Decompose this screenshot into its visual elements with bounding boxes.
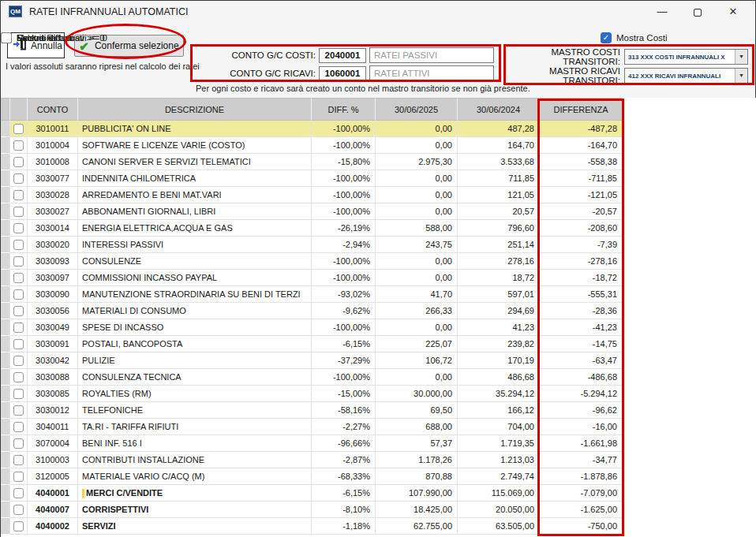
- row-selector-strip[interactable]: [1, 352, 10, 369]
- conto-costi-input[interactable]: 2040001: [319, 48, 366, 63]
- table-row[interactable]: 3030027ABBONAMENTI GIORNALI, LIBRI-100,0…: [1, 203, 623, 220]
- row-selector-strip[interactable]: [1, 187, 10, 203]
- header-conto[interactable]: CONTO: [28, 98, 78, 121]
- row-checkbox[interactable]: [13, 505, 24, 515]
- header-30-06-2024[interactable]: 30/06/2024: [458, 98, 540, 121]
- cell-30-06-2024: 170,19: [458, 352, 540, 369]
- cell-diff-percent: -2,27%: [312, 419, 376, 435]
- row-checkbox[interactable]: [13, 289, 24, 300]
- row-selector-strip[interactable]: [1, 386, 10, 402]
- table-row[interactable]: 3030049SPESE DI INCASSO-100,00%0,0041,23…: [1, 319, 623, 336]
- row-selector-strip[interactable]: [1, 170, 10, 187]
- chevron-down-icon[interactable]: ▼: [735, 50, 747, 64]
- conto-ricavi-desc-input[interactable]: RATEI ATTIVI: [369, 65, 494, 81]
- table-row[interactable]: 3030014ENERGIA ELETTRICA,ACQUA E GAS-26,…: [1, 220, 623, 237]
- table-row[interactable]: 3010008CANONI SERVER E SERVIZI TELEMATIC…: [1, 154, 623, 170]
- row-checkbox[interactable]: [13, 488, 24, 498]
- close-button[interactable]: ✕: [716, 1, 750, 23]
- row-checkbox[interactable]: [13, 256, 24, 267]
- table-row[interactable]: 3070004BENI INF. 516 I-96,66%57,371.719,…: [1, 435, 623, 452]
- row-checkbox[interactable]: [13, 157, 24, 167]
- chevron-down-icon[interactable]: ▼: [735, 69, 747, 83]
- row-selector-strip[interactable]: [1, 220, 10, 237]
- mastro-ricavi-dropdown[interactable]: 412 XXX RICAVI INFRANNUALI ▼: [624, 68, 748, 84]
- row-selector-strip[interactable]: [1, 485, 10, 502]
- table-row[interactable]: 3030056MATERIALI DI CONSUMO-9,62%266,332…: [1, 303, 623, 319]
- table-row[interactable]: 3010011PUBBLICITA' ON LINE-100,00%0,0048…: [1, 121, 623, 137]
- table-row[interactable]: 3030091POSTALI, BANCOPOSTA-6,15%225,0723…: [1, 336, 623, 352]
- row-checkbox[interactable]: [13, 521, 24, 531]
- table-row[interactable]: 3030090MANUTENZIONE STRAORDINARIA SU BEN…: [1, 286, 623, 303]
- row-selector-strip[interactable]: [1, 286, 10, 303]
- row-selector-strip[interactable]: [1, 203, 10, 220]
- table-row[interactable]: 3030093CONSULENZE-100,00%0,00278,16-278,…: [1, 253, 623, 270]
- row-selector-strip[interactable]: [1, 435, 10, 452]
- table-row[interactable]: 4040002SERVIZI-1,18%62.755,0063.505,00-7…: [1, 518, 623, 535]
- row-selector-strip[interactable]: [1, 369, 10, 386]
- maximize-button[interactable]: [680, 1, 715, 23]
- row-checkbox[interactable]: [13, 240, 24, 250]
- row-checkbox[interactable]: [13, 372, 24, 382]
- row-checkbox[interactable]: [13, 405, 24, 416]
- row-checkbox[interactable]: [13, 422, 24, 432]
- row-selector-strip[interactable]: [1, 468, 10, 485]
- conto-ricavi-label: CONTO G/C RICAVI:: [196, 69, 319, 78]
- cell-30-06-2024: 597,01: [458, 286, 540, 303]
- table-row[interactable]: 3100003CONTRIBUTI INSTALLAZIONE-2,87%1.1…: [1, 452, 623, 468]
- table-row[interactable]: 3030020INTERESSI PASSIVI-2,94%243,75251,…: [1, 237, 623, 253]
- row-checkbox[interactable]: [13, 455, 24, 465]
- row-checkbox[interactable]: [13, 140, 24, 151]
- checkbox-mostra-costi[interactable]: ✓ Mostra Costi: [601, 32, 668, 43]
- row-checkbox[interactable]: [13, 223, 24, 233]
- row-checkbox[interactable]: [13, 124, 24, 134]
- row-selector-strip[interactable]: [1, 137, 10, 154]
- table-row[interactable]: 3030088CONSULENZA TECNICA-100,00%0,00486…: [1, 369, 623, 386]
- row-checkbox[interactable]: [13, 273, 24, 283]
- cell-descrizione: CONTRIBUTI INSTALLAZIONE: [78, 452, 312, 468]
- table-row[interactable]: 3030085ROYALTIES (RM)-15,00%30.000,0035.…: [1, 386, 623, 402]
- row-checkbox[interactable]: [13, 356, 24, 366]
- row-checkbox[interactable]: [13, 389, 24, 399]
- mastro-costi-dropdown[interactable]: 313 XXX COSTI INFRANNUALI X ▼: [624, 49, 748, 65]
- row-checkbox[interactable]: [13, 438, 24, 449]
- table-row[interactable]: 4040007CORRISPETTIVI-8,10%18.425,0020.05…: [1, 502, 623, 518]
- table-row[interactable]: 3030097COMMISSIONI INCASSO PAYPAL-100,00…: [1, 270, 623, 286]
- table-row[interactable]: 3030077INDENNITA CHILOMETRICA-100,00%0,0…: [1, 170, 623, 187]
- row-selector-strip[interactable]: [1, 154, 10, 170]
- row-selector-strip[interactable]: [1, 518, 10, 535]
- row-checkbox[interactable]: [13, 472, 24, 482]
- row-checkbox[interactable]: [13, 306, 24, 316]
- table-row[interactable]: 3040011TA.RI - TARIFFA RIFIUTI-2,27%688,…: [1, 419, 623, 435]
- row-selector-strip[interactable]: [1, 419, 10, 435]
- row-checkbox[interactable]: [13, 323, 24, 333]
- row-checkbox[interactable]: [13, 339, 24, 349]
- checkbox-seleziona-tutti[interactable]: ✓ Seleziona tutti: [1, 32, 73, 43]
- row-selector-strip[interactable]: [1, 452, 10, 468]
- table-row[interactable]: 3030028ARREDAMENTO E BENI MAT.VARI-100,0…: [1, 187, 623, 203]
- header-30-06-2025[interactable]: 30/06/2025: [376, 98, 458, 121]
- conto-ricavi-input[interactable]: 1060001: [319, 66, 366, 81]
- row-selector-strip[interactable]: [1, 121, 10, 137]
- table-row[interactable]: 4040001MERCI C/VENDITE-6,15%107.990,0011…: [1, 485, 623, 502]
- table-row[interactable]: 3030042PULIZIE-37,29%106,72170,19-63,47: [1, 352, 623, 369]
- row-selector-strip[interactable]: [1, 303, 10, 319]
- minimize-button[interactable]: —: [645, 1, 679, 23]
- row-selector-strip[interactable]: [1, 319, 10, 336]
- conto-costi-desc-input[interactable]: RATEI PASSIVI: [369, 47, 494, 63]
- header-descrizione[interactable]: DESCRIZIONE: [78, 98, 312, 121]
- row-selector-strip[interactable]: [1, 402, 10, 419]
- header-differenza[interactable]: DIFFERENZA: [540, 98, 623, 121]
- table-row[interactable]: 3120005MATERIALE VARIO C/ACQ (M)-68,33%8…: [1, 468, 623, 485]
- row-selector-strip[interactable]: [1, 336, 10, 352]
- table-row[interactable]: 3030012TELEFONICHE-58,16%69,50166,12-96,…: [1, 402, 623, 419]
- table-row[interactable]: 3010004SOFTWARE E LICENZE VARIE (COSTO)-…: [1, 137, 623, 154]
- row-checkbox[interactable]: [13, 207, 24, 217]
- row-checkbox[interactable]: [13, 190, 24, 200]
- row-selector-strip[interactable]: [1, 237, 10, 253]
- row-selector-strip[interactable]: [1, 253, 10, 270]
- row-selector-strip[interactable]: [1, 502, 10, 518]
- row-checkbox[interactable]: [13, 173, 24, 184]
- row-selector-strip[interactable]: [1, 270, 10, 286]
- header-diff[interactable]: DIFF. %: [312, 98, 376, 121]
- cell-conto: 3030097: [28, 270, 78, 286]
